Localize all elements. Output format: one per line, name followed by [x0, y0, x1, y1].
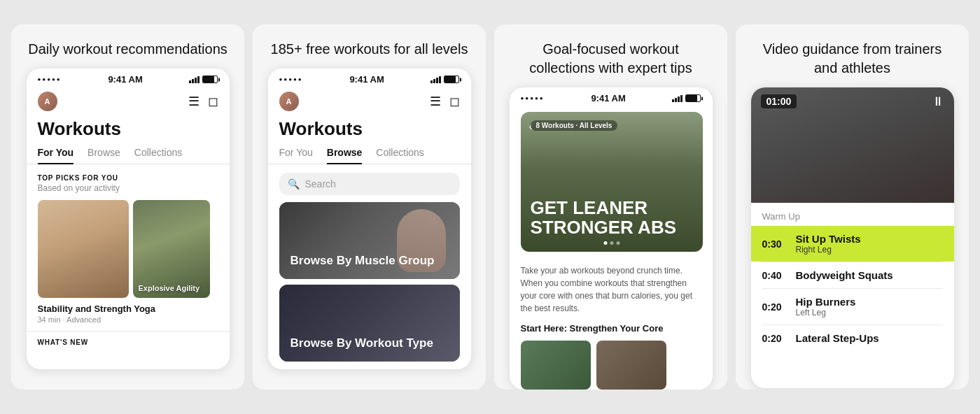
- tab-collections-2[interactable]: Collections: [376, 147, 424, 164]
- signal-bars: [189, 76, 200, 83]
- avatar-1: A: [38, 92, 57, 111]
- workout-info-sub-1: 34 min · Advanced: [27, 315, 230, 331]
- exercise-list: 0:30 Sit Up Twists Right Leg 0:40 Bodywe…: [751, 226, 954, 351]
- video-timer: 01:00: [761, 94, 797, 108]
- exercise-item-2[interactable]: 0:40 Bodyweight Squats: [751, 262, 954, 288]
- panel-browse: 185+ free workouts for all levels ●●●●● …: [253, 24, 486, 390]
- list-icon-2[interactable]: ☰: [430, 94, 441, 109]
- workout-img-yoga[interactable]: [38, 200, 129, 298]
- section-label-1: TOP PICKS FOR YOU: [27, 164, 230, 183]
- hero-title: GET LEANER STRONGER ABS: [531, 198, 703, 238]
- status-time-2: 9:41 AM: [349, 74, 384, 85]
- exercise-sub-3: Left Leg: [796, 308, 856, 317]
- collection-start: Start Here: Strengthen Your Core: [510, 319, 713, 341]
- panel-video: Video guidance from trainers and athlete…: [736, 24, 969, 390]
- status-bar-1: ●●●●● 9:41 AM: [27, 69, 230, 87]
- workout-images-1: Explosive Agility: [27, 200, 230, 298]
- thumb-1[interactable]: [521, 341, 591, 390]
- exercise-time-2: 0:40: [762, 270, 788, 281]
- exercise-info-2: Bodyweight Squats: [796, 269, 893, 281]
- list-icon[interactable]: ☰: [188, 94, 200, 109]
- status-dots: ●●●●●: [38, 76, 62, 83]
- video-pause-icon[interactable]: ⏸: [932, 94, 944, 109]
- search-bar[interactable]: 🔍 Search: [279, 173, 460, 195]
- tabs-2: For You Browse Collections: [268, 140, 471, 164]
- phone-mockup-1: ●●●●● 9:41 AM A ☰: [27, 69, 230, 369]
- exercise-time-1: 0:30: [762, 238, 788, 250]
- exercise-time-4: 0:20: [762, 333, 788, 344]
- bag-icon-2[interactable]: ◻: [449, 94, 460, 109]
- status-time-3: 9:41 AM: [591, 93, 625, 104]
- exercise-info-4: Lateral Step-Ups: [796, 332, 879, 344]
- phone-mockup-4: 01:00 ⏸ Warm Up 0:30 Sit Up Twists Right…: [751, 87, 954, 388]
- status-icons-3: [672, 94, 701, 102]
- status-icons: [189, 76, 218, 83]
- status-bar-2: ●●●●● 9:41 AM: [268, 69, 471, 87]
- tab-collections-1[interactable]: Collections: [134, 147, 182, 164]
- tab-for-you-2[interactable]: For You: [279, 147, 313, 164]
- workout-img-agility-label: Explosive Agility: [139, 284, 204, 292]
- collection-thumbs: [510, 341, 713, 390]
- panel2-title: 185+ free workouts for all levels: [254, 24, 485, 69]
- panel1-title: Daily workout recommendations: [11, 24, 244, 69]
- exercise-sub-1: Right Leg: [796, 245, 861, 255]
- phone-header-2: A ☰ ◻: [268, 87, 471, 111]
- tab-browse-1[interactable]: Browse: [88, 147, 120, 164]
- search-placeholder: Search: [305, 178, 336, 190]
- status-dots-3: ●●●●●: [521, 95, 545, 101]
- thumb-2[interactable]: [596, 341, 666, 390]
- phone-mockup-3: ●●●●● 9:41 AM ‹ 8 Workouts ·: [510, 87, 713, 390]
- search-icon: 🔍: [288, 178, 300, 190]
- bag-icon[interactable]: ◻: [208, 94, 218, 109]
- collection-desc: Take your ab workouts beyond crunch time…: [510, 257, 713, 319]
- hero-badge: 8 Workouts · All Levels: [531, 120, 618, 131]
- panel-collections: Goal-focused workout collections with ex…: [494, 24, 727, 390]
- browse-card-workout-label: Browse By Workout Type: [290, 336, 433, 350]
- battery-icon-2: [444, 76, 459, 83]
- avatar-2: A: [279, 92, 299, 111]
- whats-new-1: WHAT'S NEW: [27, 331, 230, 353]
- tab-browse-2[interactable]: Browse: [327, 147, 363, 164]
- exercise-info-1: Sit Up Twists Right Leg: [796, 233, 861, 255]
- signal-bars-2: [430, 76, 441, 83]
- section-sub-1: Based on your activity: [27, 183, 230, 200]
- panel-daily-workout: Daily workout recommendations ●●●●● 9:41…: [11, 24, 244, 390]
- tabs-1: For You Browse Collections: [27, 140, 230, 164]
- status-time-1: 9:41 AM: [108, 74, 142, 85]
- hero-dots: [603, 241, 620, 245]
- exercise-name-3: Hip Burners: [796, 296, 856, 308]
- showcase-container: Daily workout recommendations ●●●●● 9:41…: [0, 13, 980, 401]
- browse-card-muscle-label: Browse By Muscle Group: [290, 254, 435, 268]
- browse-card-workout[interactable]: Browse By Workout Type: [279, 285, 460, 362]
- exercise-item-4[interactable]: 0:20 Lateral Step-Ups: [751, 325, 954, 351]
- workouts-title-1: Workouts: [27, 111, 230, 140]
- exercise-name-2: Bodyweight Squats: [796, 269, 893, 281]
- exercise-item-1[interactable]: 0:30 Sit Up Twists Right Leg: [751, 226, 954, 262]
- battery-icon-3: [685, 94, 701, 102]
- workout-info-title-1: Stability and Strength Yoga: [27, 298, 230, 315]
- browse-card-muscle[interactable]: Browse By Muscle Group: [279, 202, 460, 279]
- workouts-title-2: Workouts: [268, 111, 471, 140]
- exercise-info-3: Hip Burners Left Leg: [796, 296, 856, 317]
- phone-header-1: A ☰ ◻: [27, 87, 230, 111]
- workout-img-agility[interactable]: Explosive Agility: [133, 200, 210, 298]
- tab-for-you-1[interactable]: For You: [38, 147, 74, 164]
- panel4-title: Video guidance from trainers and athlete…: [736, 24, 969, 87]
- signal-bars-3: [672, 95, 682, 102]
- header-icons-1: ☰ ◻: [188, 94, 218, 109]
- exercise-item-3[interactable]: 0:20 Hip Burners Left Leg: [751, 289, 954, 324]
- warm-up-label: Warm Up: [751, 203, 954, 226]
- exercise-time-3: 0:20: [762, 301, 788, 313]
- header-icons-2: ☰ ◻: [430, 94, 460, 109]
- panel3-title: Goal-focused workout collections with ex…: [494, 24, 727, 87]
- exercise-name-4: Lateral Step-Ups: [796, 332, 879, 344]
- status-bar-3: ●●●●● 9:41 AM: [510, 87, 713, 106]
- battery-icon: [202, 76, 218, 83]
- collections-hero: ‹ 8 Workouts · All Levels GET LEANER STR…: [521, 112, 703, 252]
- exercise-name-1: Sit Up Twists: [796, 233, 861, 245]
- video-frame: 01:00 ⏸: [751, 87, 954, 203]
- status-icons-2: [430, 76, 459, 83]
- status-dots-2: ●●●●●: [279, 76, 303, 83]
- phone-mockup-2: ●●●●● 9:41 AM A ☰: [268, 69, 471, 369]
